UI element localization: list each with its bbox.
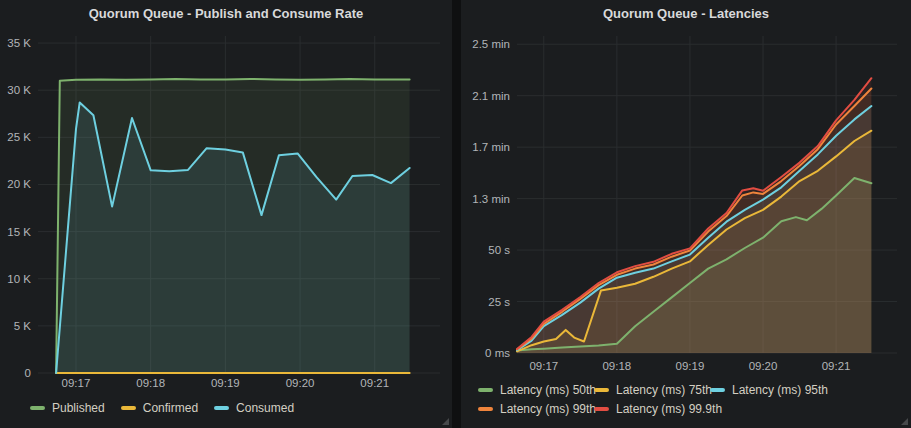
legend-label: Latency (ms) 99.9th [616, 402, 722, 416]
legend-item-confirmed[interactable]: Confirmed [121, 399, 198, 417]
legend-item-latency-ms-95th[interactable]: Latency (ms) 95th [710, 381, 828, 399]
legend-swatch [478, 407, 493, 411]
series-area-latency-ms-99-9th [517, 78, 871, 353]
y-axis-tick-label: 50 s [488, 244, 510, 256]
legend-label: Latency (ms) 50th [500, 383, 596, 397]
legend-item-published[interactable]: Published [30, 399, 105, 417]
legend-swatch [594, 407, 609, 411]
panel-publish-consume-rate: Quorum Queue - Publish and Consume Rate … [0, 0, 452, 428]
legend-swatch [121, 406, 136, 410]
x-axis-tick-label: 09:17 [529, 360, 558, 372]
legend-label: Latency (ms) 99th [500, 402, 596, 416]
y-axis-tick-label: 10 K [7, 273, 31, 285]
y-axis-tick-label: 2.1 min [472, 90, 510, 102]
legend-item-consumed[interactable]: Consumed [214, 399, 294, 417]
legend-item-latency-ms-99-9th[interactable]: Latency (ms) 99.9th [594, 400, 710, 418]
legend-item-latency-ms-50th[interactable]: Latency (ms) 50th [478, 381, 594, 399]
legend-label: Latency (ms) 75th [616, 383, 712, 397]
legend: PublishedConfirmedConsumed [30, 399, 294, 417]
x-axis-tick-label: 09:18 [602, 360, 631, 372]
x-axis-tick-label: 09:20 [749, 360, 778, 372]
chart-canvas[interactable]: 05 K10 K15 K20 K25 K30 K35 K09:1709:1809… [0, 0, 452, 395]
legend-swatch [214, 406, 229, 410]
x-axis-tick-label: 09:20 [286, 377, 315, 389]
y-axis-tick-label: 20 K [7, 178, 31, 190]
panel-resize-handle[interactable] [901, 418, 908, 425]
legend-swatch [30, 406, 45, 410]
x-axis-tick-label: 09:17 [62, 377, 91, 389]
y-axis-tick-label: 0 ms [485, 347, 510, 359]
x-axis-tick-label: 09:19 [211, 377, 240, 389]
y-axis-tick-label: 25 s [488, 296, 510, 308]
legend-label: Consumed [236, 401, 294, 415]
y-axis-tick-label: 5 K [14, 320, 32, 332]
legend-label: Latency (ms) 95th [732, 383, 828, 397]
y-axis-tick-label: 30 K [7, 84, 31, 96]
y-axis-tick-label: 15 K [7, 226, 31, 238]
legend: Latency (ms) 50thLatency (ms) 75thLatenc… [478, 381, 828, 418]
legend-item-latency-ms-75th[interactable]: Latency (ms) 75th [594, 381, 710, 399]
y-axis-tick-label: 2.5 min [472, 38, 510, 50]
y-axis-tick-label: 35 K [7, 37, 31, 49]
y-axis-tick-label: 1.3 min [472, 193, 510, 205]
legend-swatch [478, 388, 493, 392]
y-axis-tick-label: 0 [25, 367, 31, 379]
dashboard: Quorum Queue - Publish and Consume Rate … [0, 0, 911, 428]
legend-swatch [594, 388, 609, 392]
panel-resize-handle[interactable] [442, 418, 449, 425]
x-axis-tick-label: 09:18 [136, 377, 165, 389]
legend-label: Confirmed [143, 401, 198, 415]
legend-label: Published [52, 401, 105, 415]
panel-latencies: Quorum Queue - Latencies 0 ms25 s50 s1.3… [461, 0, 911, 428]
legend-swatch [710, 388, 725, 392]
y-axis-tick-label: 1.7 min [472, 141, 510, 153]
y-axis-tick-label: 25 K [7, 131, 31, 143]
chart-canvas[interactable]: 0 ms25 s50 s1.3 min1.7 min2.1 min2.5 min… [461, 0, 911, 378]
legend-item-latency-ms-99th[interactable]: Latency (ms) 99th [478, 400, 594, 418]
x-axis-tick-label: 09:19 [676, 360, 705, 372]
x-axis-tick-label: 09:21 [360, 377, 389, 389]
x-axis-tick-label: 09:21 [822, 360, 851, 372]
